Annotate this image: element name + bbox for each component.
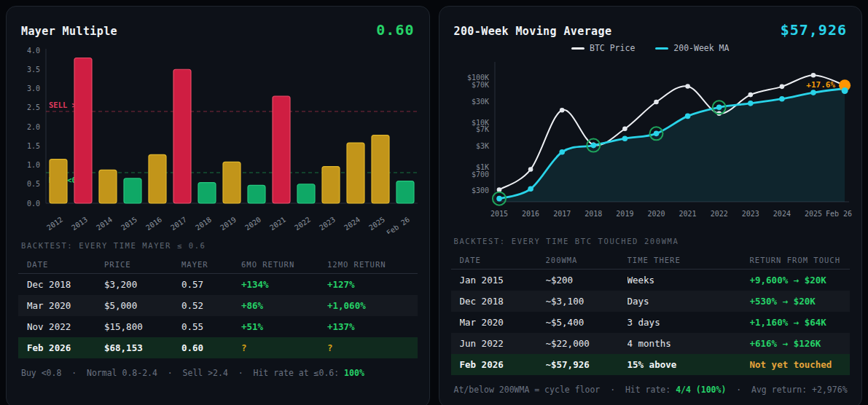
- table-cell: Mar 2020: [27, 300, 104, 311]
- svg-text:Feb 26: Feb 26: [385, 216, 411, 234]
- table-cell: +530% → $20K: [750, 296, 842, 307]
- svg-text:3.0: 3.0: [27, 84, 40, 93]
- table-cell: +137%: [327, 321, 409, 332]
- mayer-current-value: 0.60: [376, 21, 414, 39]
- svg-text:2022: 2022: [710, 210, 727, 218]
- svg-text:2016: 2016: [522, 210, 539, 218]
- svg-text:2020: 2020: [243, 216, 262, 232]
- mayer-multiple-panel: Mayer Multiple 0.60 4.03.53.02.52.01.51.…: [6, 6, 430, 405]
- table-cell: Feb 2026: [460, 359, 546, 370]
- svg-text:2.0: 2.0: [27, 123, 40, 131]
- svg-text:4.0: 4.0: [27, 47, 40, 55]
- table-cell: Feb 2026: [27, 342, 104, 353]
- table-header-row: DATE200WMATIME THERERETURN FROM TOUCH: [451, 251, 851, 270]
- table-body: Dec 2018$3,2000.57+134%+127%Mar 2020$5,0…: [18, 274, 418, 358]
- svg-text:+17.6%: +17.6%: [806, 80, 835, 90]
- mayer-panel-header: Mayer Multiple 0.60: [21, 21, 415, 39]
- table-cell: 0.57: [181, 279, 241, 290]
- svg-text:2022: 2022: [293, 216, 312, 232]
- 200wma-backtest-table: DATE200WMATIME THERERETURN FROM TOUCH Ja…: [451, 251, 851, 375]
- table-cell: Dec 2018: [27, 279, 104, 290]
- table-cell: +9,600% → $20K: [750, 275, 842, 286]
- 200wma-line-swatch: [655, 47, 668, 50]
- svg-text:$300: $300: [471, 186, 488, 194]
- svg-text:Feb 26: Feb 26: [825, 210, 851, 218]
- mayer-bar-chart: 4.03.53.02.52.01.51.00.50.0SELL >2.4BUY …: [18, 43, 423, 234]
- legend-label: 200-Week MA: [673, 43, 729, 53]
- table-cell: 4 months: [627, 338, 750, 349]
- column-header: 200WMA: [546, 256, 627, 264]
- table-cell: 3 days: [627, 317, 750, 328]
- footer-text: · Avg return: +2,976%: [726, 385, 847, 395]
- table-cell: +134%: [241, 279, 327, 290]
- 200wma-current-value: $57,926: [781, 21, 847, 39]
- footer-text: At/below 200WMA = cycle floor · Hit rate…: [454, 385, 676, 395]
- svg-text:2018: 2018: [194, 216, 213, 232]
- table-cell: Weeks: [627, 275, 750, 286]
- legend-item-btc-price: BTC Price: [571, 43, 635, 53]
- column-header: TIME THERE: [627, 256, 750, 264]
- column-header: MAYER: [181, 260, 241, 269]
- column-header: PRICE: [104, 260, 181, 269]
- table-row: Nov 2022$15,8000.55+51%+137%: [18, 316, 418, 337]
- svg-text:2016: 2016: [144, 216, 163, 232]
- svg-text:2019: 2019: [219, 216, 238, 232]
- table-cell: 0.52: [181, 300, 241, 311]
- mayer-backtest-table: DATEPRICEMAYER6MO RETURN12MO RETURN Dec …: [18, 256, 418, 358]
- mayer-backtest-label: BACKTEST: EVERY TIME MAYER ≤ 0.6: [21, 241, 415, 250]
- table-cell: Mar 2020: [460, 317, 546, 328]
- svg-text:2019: 2019: [616, 210, 633, 218]
- chart-legend: BTC Price 200-Week MA: [451, 43, 851, 53]
- svg-text:2025: 2025: [804, 210, 821, 218]
- table-row: Dec 2018~$3,100Days+530% → $20K: [451, 291, 851, 312]
- table-cell: ~$5,400: [546, 317, 627, 328]
- svg-text:$3K: $3K: [475, 142, 488, 150]
- table-row: Mar 2020~$5,4003 days+1,160% → $64K: [451, 312, 851, 333]
- table-cell: +1,060%: [327, 300, 409, 311]
- column-header: 6MO RETURN: [241, 260, 327, 269]
- svg-text:2025: 2025: [367, 216, 386, 232]
- table-cell: ?: [241, 342, 327, 353]
- table-cell: ~$57,926: [546, 359, 627, 370]
- table-row: Dec 2018$3,2000.57+134%+127%: [18, 274, 418, 295]
- svg-text:2012: 2012: [45, 216, 64, 232]
- svg-text:1.0: 1.0: [27, 161, 40, 169]
- svg-text:2013: 2013: [70, 216, 89, 232]
- column-header: DATE: [460, 256, 546, 264]
- table-cell: ~$22,000: [546, 338, 627, 349]
- table-cell: +616% → $126K: [750, 338, 842, 349]
- table-cell: ~$200: [546, 275, 627, 286]
- table-row: Mar 2020$5,0000.52+86%+1,060%: [18, 295, 418, 316]
- svg-text:2021: 2021: [679, 210, 696, 218]
- legend-item-200wma: 200-Week MA: [655, 43, 729, 53]
- table-cell: ?: [327, 342, 409, 353]
- svg-text:2021: 2021: [268, 216, 287, 232]
- table-header-row: DATEPRICEMAYER6MO RETURN12MO RETURN: [18, 256, 418, 274]
- svg-text:2017: 2017: [169, 216, 188, 232]
- table-cell: $3,200: [104, 279, 181, 290]
- legend-label: BTC Price: [590, 43, 635, 53]
- svg-text:0.5: 0.5: [27, 180, 40, 188]
- footer-text: 4/4 (100%): [676, 385, 726, 395]
- svg-text:2023: 2023: [318, 216, 337, 232]
- table-cell: Days: [627, 296, 750, 307]
- svg-text:2015: 2015: [490, 210, 507, 218]
- table-row-current: Feb 2026$68,1530.60??: [18, 337, 418, 358]
- svg-text:0.0: 0.0: [27, 200, 40, 208]
- table-cell: ~$3,100: [546, 296, 627, 307]
- table-cell: 0.55: [181, 321, 241, 332]
- table-cell: 0.60: [181, 342, 241, 353]
- table-cell: Not yet touched: [750, 359, 842, 370]
- svg-text:2017: 2017: [553, 210, 571, 218]
- svg-text:2018: 2018: [584, 210, 602, 218]
- table-row-current: Feb 2026~$57,92615% aboveNot yet touched: [451, 354, 851, 375]
- btc-price-line-swatch: [571, 47, 584, 50]
- svg-text:2024: 2024: [773, 210, 790, 218]
- table-cell: +1,160% → $64K: [750, 317, 842, 328]
- 200wma-panel: 200-Week Moving Average $57,926 BTC Pric…: [439, 6, 863, 405]
- 200wma-panel-title: 200-Week Moving Average: [454, 25, 612, 38]
- column-header: DATE: [27, 260, 104, 269]
- footer-text: Buy <0.8 · Normal 0.8-2.4 · Sell >2.4 · …: [21, 368, 344, 378]
- svg-text:1.5: 1.5: [27, 142, 40, 150]
- svg-text:$700: $700: [471, 170, 488, 178]
